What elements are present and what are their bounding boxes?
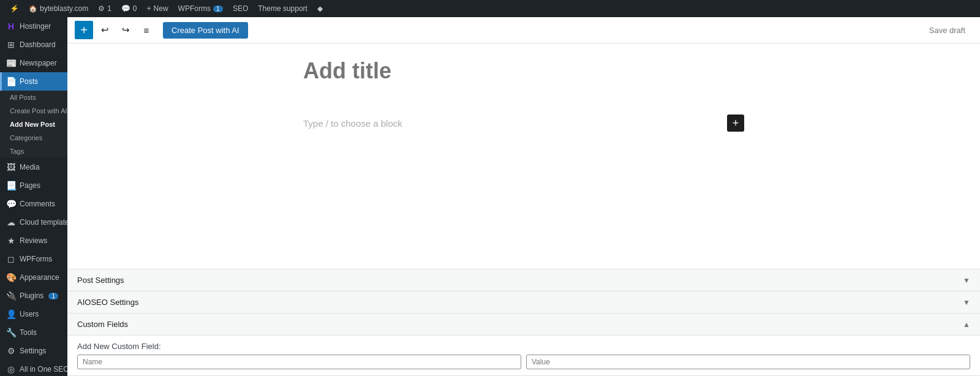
adminbar-wp-logo[interactable]: ⚡ — [5, 0, 24, 17]
wpforms-badge: 1 — [213, 6, 223, 12]
editor-area: Type / to choose a block + — [67, 43, 980, 269]
redo-button[interactable]: ↪ — [116, 21, 135, 39]
sidebar-item-reviews[interactable]: ★ Reviews — [0, 231, 67, 250]
sidebar-item-posts[interactable]: 📄 Posts — [0, 72, 67, 91]
admin-bar: ⚡ 🏠 byteblasty.com ⚙ 1 💬 0 + New WPForms… — [0, 0, 980, 17]
adminbar-diamond[interactable]: ◆ — [312, 0, 328, 17]
sidebar-label-pages: Pages — [20, 181, 40, 190]
custom-fields-panel-header[interactable]: Custom Fields ▲ — [67, 314, 980, 336]
aioseo-settings-chevron: ▼ — [963, 298, 970, 307]
adminbar-site[interactable]: 🏠 byteblasty.com — [24, 0, 93, 17]
sidebar-label-hostinger: Hostinger — [20, 22, 51, 31]
sidebar-label-cloud-templates: Cloud templates — [20, 218, 67, 227]
hostinger-icon: H — [6, 21, 16, 31]
post-settings-panel-header[interactable]: Post Settings ▼ — [67, 269, 980, 291]
aioseo-settings-panel-header[interactable]: AIOSEO Settings ▼ — [67, 291, 980, 314]
sidebar-label-appearance: Appearance — [20, 273, 59, 282]
custom-fields-chevron: ▲ — [963, 320, 970, 329]
add-block-button[interactable]: + — [75, 21, 93, 39]
sidebar-item-pages[interactable]: 📃 Pages — [0, 176, 67, 195]
sidebar-item-cloud-templates[interactable]: ☁ Cloud templates — [0, 213, 67, 231]
sidebar-label-newspaper: Newspaper — [20, 59, 57, 67]
add-block-inline-button[interactable]: + — [727, 115, 744, 132]
users-icon: 👤 — [6, 309, 16, 319]
adminbar-wpforms[interactable]: WPForms 1 — [173, 0, 228, 17]
sidebar-label-settings: Settings — [20, 347, 46, 355]
media-icon: 🖼 — [6, 162, 16, 172]
submenu-tags[interactable]: Tags — [0, 145, 67, 158]
categories-label: Categories — [10, 134, 42, 141]
adminbar-wpforms-label: WPForms — [178, 4, 211, 13]
bottom-panels: Post Settings ▼ AIOSEO Settings ▼ Custom… — [67, 269, 980, 376]
aioseo-settings-label: AIOSEO Settings — [77, 298, 138, 307]
reviews-icon: ★ — [6, 236, 16, 246]
list-view-icon: ≡ — [144, 25, 149, 36]
sidebar-label-plugins: Plugins — [20, 291, 43, 300]
plugins-icon: 🔌 — [6, 291, 16, 301]
adminbar-customize[interactable]: ⚙ 1 — [93, 0, 116, 17]
sidebar-item-comments[interactable]: 💬 Comments — [0, 195, 67, 213]
sidebar-item-dashboard[interactable]: ⊞ Dashboard — [0, 36, 67, 54]
editor-inner: Type / to choose a block + — [291, 56, 756, 132]
sidebar-label-media: Media — [20, 163, 40, 171]
sidebar-item-tools[interactable]: 🔧 Tools — [0, 323, 67, 342]
redo-icon: ↪ — [122, 24, 130, 36]
adminbar-seo[interactable]: SEO — [228, 0, 253, 17]
comments-menu-icon: 💬 — [6, 199, 16, 209]
submenu-categories[interactable]: Categories — [0, 131, 67, 145]
cloud-templates-icon: ☁ — [6, 217, 16, 227]
wp-logo-icon: ⚡ — [10, 4, 19, 13]
list-view-button[interactable]: ≡ — [137, 21, 156, 39]
editor-toolbar: + ↩ ↪ ≡ Create Post with AI Save draft — [67, 17, 980, 43]
posts-submenu: All Posts Create Post with AI Add New Po… — [0, 91, 67, 158]
sidebar-label-all-in-one-seo: All in One SEO — [20, 365, 67, 374]
add-block-plus-icon: + — [733, 118, 739, 129]
sidebar-item-users[interactable]: 👤 Users — [0, 305, 67, 323]
sidebar-label-posts: Posts — [20, 77, 38, 86]
adminbar-seo-label: SEO — [233, 4, 248, 13]
tags-label: Tags — [10, 148, 24, 155]
sidebar-item-settings[interactable]: ⚙ Settings — [0, 342, 67, 360]
sidebar-item-hostinger[interactable]: H Hostinger — [0, 17, 67, 36]
custom-field-name-input[interactable] — [77, 355, 521, 369]
submenu-all-posts[interactable]: All Posts — [0, 91, 67, 104]
comments-icon: 💬 — [121, 4, 130, 13]
sidebar-label-dashboard: Dashboard — [20, 40, 56, 49]
adminbar-theme-support-label: Theme support — [258, 4, 307, 13]
block-placeholder-area: Type / to choose a block + — [303, 115, 744, 132]
custom-field-input-row — [77, 355, 970, 369]
submenu-create-post-ai[interactable]: Create Post with AI — [0, 104, 67, 118]
plugins-badge: 1 — [48, 293, 58, 299]
sidebar-item-all-in-one-seo[interactable]: ◎ All in One SEO — [0, 360, 67, 376]
sidebar-item-appearance[interactable]: 🎨 Appearance — [0, 268, 67, 287]
adminbar-new[interactable]: + New — [142, 0, 173, 17]
post-settings-chevron: ▼ — [963, 276, 970, 285]
sidebar-item-newspaper[interactable]: 📰 Newspaper — [0, 54, 67, 72]
submenu-add-new-post[interactable]: Add New Post — [0, 118, 67, 131]
pages-icon: 📃 — [6, 181, 16, 190]
sidebar-label-tools: Tools — [20, 328, 37, 337]
adminbar-comments[interactable]: 💬 0 — [116, 0, 142, 17]
adminbar-theme-support[interactable]: Theme support — [253, 0, 312, 17]
undo-button[interactable]: ↩ — [96, 21, 114, 39]
save-draft-button[interactable]: Save draft — [922, 22, 973, 39]
newspaper-icon: 📰 — [6, 58, 16, 68]
post-title-input[interactable] — [303, 56, 744, 96]
add-new-post-label: Add New Post — [10, 121, 55, 128]
sidebar-item-wpforms[interactable]: ◻ WPForms — [0, 250, 67, 268]
sidebar-item-plugins[interactable]: 🔌 Plugins 1 — [0, 287, 67, 305]
sidebar-item-media[interactable]: 🖼 Media — [0, 158, 67, 176]
create-post-ai-label: Create Post with AI — [10, 107, 67, 115]
site-icon: 🏠 — [29, 5, 37, 13]
undo-icon: ↩ — [101, 24, 109, 36]
all-posts-label: All Posts — [10, 94, 36, 101]
adminbar-site-name: byteblasty.com — [40, 4, 88, 13]
aioseo-icon: ◎ — [6, 364, 16, 374]
custom-field-value-input[interactable] — [526, 355, 970, 369]
add-custom-field-label: Add New Custom Field: — [77, 342, 161, 351]
create-post-ai-button[interactable]: Create Post with AI — [163, 22, 248, 39]
settings-icon: ⚙ — [6, 346, 16, 356]
wpforms-menu-icon: ◻ — [6, 254, 16, 264]
block-placeholder-text: Type / to choose a block — [303, 118, 402, 129]
dashboard-icon: ⊞ — [6, 40, 16, 50]
